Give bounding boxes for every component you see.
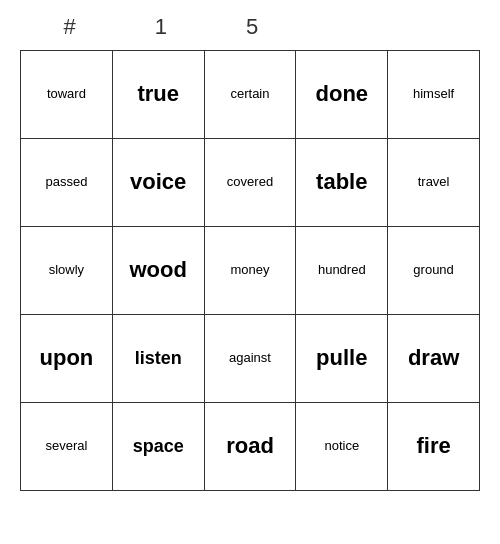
cell-text-0: toward [47, 87, 86, 101]
cell-text-14: ground [413, 263, 453, 277]
cell-text-17: against [229, 351, 271, 365]
grid-cell-19: draw [388, 315, 480, 403]
header-col2: 1 [115, 10, 206, 44]
header-col4 [298, 10, 389, 44]
grid-cell-11: wood [113, 227, 205, 315]
grid-cell-23: notice [296, 403, 388, 491]
cell-text-9: travel [418, 175, 450, 189]
cell-text-23: notice [324, 439, 359, 453]
grid-cell-7: covered [205, 139, 297, 227]
grid-cell-17: against [205, 315, 297, 403]
header-col5 [389, 10, 480, 44]
cell-text-8: table [316, 170, 367, 194]
bingo-header: # 1 5 [20, 10, 480, 44]
cell-text-22: road [226, 434, 274, 458]
grid-cell-24: fire [388, 403, 480, 491]
grid-cell-10: slowly [21, 227, 113, 315]
grid-cell-12: money [205, 227, 297, 315]
grid-cell-1: true [113, 51, 205, 139]
cell-text-4: himself [413, 87, 454, 101]
grid-cell-9: travel [388, 139, 480, 227]
grid-cell-18: pulle [296, 315, 388, 403]
grid-cell-20: several [21, 403, 113, 491]
cell-text-1: true [137, 82, 179, 106]
cell-text-3: done [316, 82, 369, 106]
grid-cell-0: toward [21, 51, 113, 139]
grid-cell-22: road [205, 403, 297, 491]
cell-text-13: hundred [318, 263, 366, 277]
grid-cell-5: passed [21, 139, 113, 227]
cell-text-19: draw [408, 346, 459, 370]
grid-cell-4: himself [388, 51, 480, 139]
header-col3: 5 [206, 10, 297, 44]
grid-cell-21: space [113, 403, 205, 491]
grid-cell-6: voice [113, 139, 205, 227]
cell-text-24: fire [416, 434, 450, 458]
cell-text-15: upon [40, 346, 94, 370]
grid-cell-2: certain [205, 51, 297, 139]
cell-text-6: voice [130, 170, 186, 194]
cell-text-10: slowly [49, 263, 84, 277]
cell-text-18: pulle [316, 346, 367, 370]
cell-text-2: certain [230, 87, 269, 101]
grid-cell-16: listen [113, 315, 205, 403]
grid-cell-13: hundred [296, 227, 388, 315]
grid-cell-15: upon [21, 315, 113, 403]
cell-text-7: covered [227, 175, 273, 189]
grid-cell-14: ground [388, 227, 480, 315]
cell-text-20: several [45, 439, 87, 453]
header-col1: # [24, 10, 115, 44]
grid-cell-8: table [296, 139, 388, 227]
cell-text-5: passed [45, 175, 87, 189]
cell-text-12: money [230, 263, 269, 277]
cell-text-11: wood [129, 258, 186, 282]
grid-cell-3: done [296, 51, 388, 139]
cell-text-16: listen [135, 349, 182, 369]
bingo-grid: towardtruecertaindonehimselfpassedvoicec… [20, 50, 480, 491]
cell-text-21: space [133, 437, 184, 457]
